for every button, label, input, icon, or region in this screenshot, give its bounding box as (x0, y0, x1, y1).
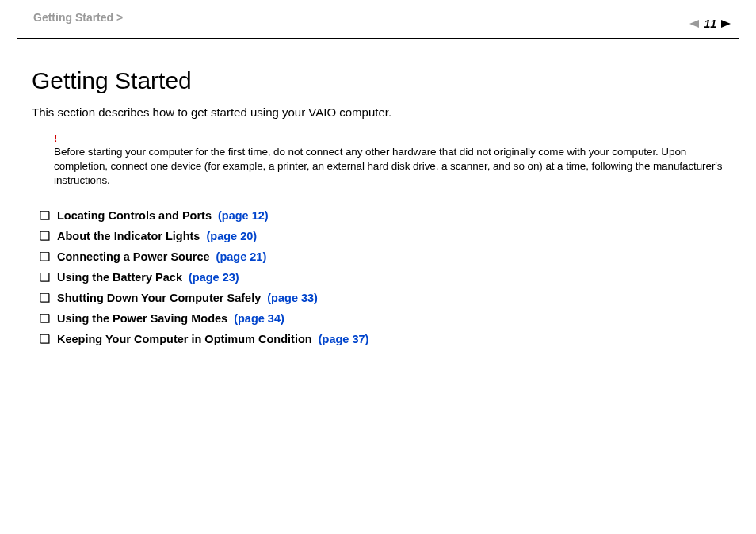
bullet-icon: ❑ (40, 209, 57, 222)
toc-label: Keeping Your Computer in Optimum Conditi… (57, 333, 312, 345)
page-content: Getting Started This section describes h… (0, 39, 756, 345)
intro-text: This section describes how to get starte… (32, 105, 724, 119)
toc-label: About the Indicator Lights (57, 230, 200, 242)
table-of-contents: ❑ Locating Controls and Ports (page 12) … (32, 209, 724, 345)
prev-page-icon[interactable] (689, 20, 699, 28)
warning-icon: ! (54, 133, 724, 143)
toc-label: Using the Power Saving Modes (57, 312, 227, 325)
toc-page-link[interactable]: (page 37) (319, 333, 369, 345)
svg-marker-1 (721, 20, 731, 28)
next-page-icon[interactable] (721, 20, 731, 28)
bullet-icon: ❑ (40, 312, 57, 325)
toc-label: Shutting Down Your Computer Safely (57, 292, 261, 304)
page-title: Getting Started (32, 67, 724, 94)
breadcrumb: Getting Started > (33, 11, 123, 24)
toc-item: ❑ Locating Controls and Ports (page 12) (40, 209, 724, 222)
toc-page-link[interactable]: (page 34) (234, 312, 284, 325)
page-number: 11 (704, 17, 716, 30)
bullet-icon: ❑ (40, 333, 57, 345)
toc-page-link[interactable]: (page 20) (206, 230, 257, 242)
toc-page-link[interactable]: (page 23) (189, 271, 239, 284)
toc-page-link[interactable]: (page 33) (267, 292, 318, 304)
warning-text: Before starting your computer for the fi… (54, 145, 724, 189)
toc-item: ❑ Using the Power Saving Modes (page 34) (40, 312, 724, 325)
warning-block: ! Before starting your computer for the … (32, 133, 724, 189)
toc-label: Using the Battery Pack (57, 271, 182, 284)
toc-label: Locating Controls and Ports (57, 209, 212, 222)
bullet-icon: ❑ (40, 271, 57, 284)
svg-marker-0 (689, 20, 699, 28)
toc-page-link[interactable]: (page 21) (216, 250, 267, 263)
bullet-icon: ❑ (40, 230, 57, 242)
toc-item: ❑ Using the Battery Pack (page 23) (40, 271, 724, 284)
toc-label: Connecting a Power Source (57, 250, 210, 263)
toc-item: ❑ Keeping Your Computer in Optimum Condi… (40, 333, 724, 345)
bullet-icon: ❑ (40, 250, 57, 263)
bullet-icon: ❑ (40, 292, 57, 304)
toc-item: ❑ Shutting Down Your Computer Safely (pa… (40, 292, 724, 304)
toc-item: ❑ About the Indicator Lights (page 20) (40, 230, 724, 242)
toc-item: ❑ Connecting a Power Source (page 21) (40, 250, 724, 263)
pager: 11 (689, 17, 731, 30)
toc-page-link[interactable]: (page 12) (218, 209, 269, 222)
